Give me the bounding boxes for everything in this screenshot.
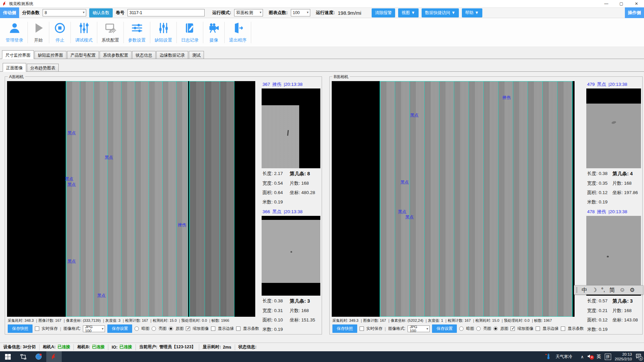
- tab-test[interactable]: 测试: [189, 51, 204, 59]
- run-mode-select[interactable]: 双面检测: [234, 9, 263, 16]
- save-snapshot-button[interactable]: 保存快照: [332, 324, 357, 333]
- operator-side-button[interactable]: 操作侧: [625, 7, 644, 18]
- camera-a-status-line: 采集耗时: 348.3 ｜图像计数: 167 ｜像素坐标: (333,7139)…: [7, 317, 255, 323]
- defect-card[interactable]: 367 挫伤 |20:13:38 长度: 2.17第几条: 8 宽度: 0.54…: [262, 81, 320, 205]
- measure-area: 面积: 0.12: [587, 190, 612, 196]
- debug-mode-icon: [78, 22, 90, 36]
- speed-label: 运行速度:: [316, 10, 335, 16]
- view-menu-button[interactable]: 视图 ▼: [398, 8, 419, 17]
- realtime-save-label: 实时保存: [366, 326, 382, 331]
- tool-start[interactable]: 开始: [28, 22, 49, 43]
- sub-tab-strip: 正面图像分布趋势图表: [0, 63, 644, 72]
- tool-param-settings[interactable]: 参数设置: [124, 22, 150, 43]
- bright-image-radio[interactable]: [476, 326, 481, 331]
- data-quick-access-button[interactable]: 数据快捷访问 ▼: [422, 8, 459, 17]
- tab-distribution-chart[interactable]: 分布趋势图表: [27, 64, 59, 71]
- tool-exit[interactable]: 退出程序: [225, 22, 251, 43]
- start-button[interactable]: [0, 351, 15, 362]
- ime-simplified-icon[interactable]: 简: [609, 286, 615, 294]
- defect-thumbnail[interactable]: [262, 88, 320, 168]
- defect-measurements: 长度: 0.57第几条: 3 宽度: 0.21片数: 168 面积: 0.12坐…: [586, 296, 641, 333]
- defect-thumbnail[interactable]: [262, 216, 320, 296]
- ime-lang-indicator[interactable]: 英: [596, 354, 601, 360]
- slit-count-select[interactable]: 8: [43, 9, 86, 16]
- measure-coord: 坐标: 480.28: [290, 190, 320, 196]
- tab-size-monitor[interactable]: 尺寸监控界面: [2, 50, 34, 59]
- realtime-save-checkbox[interactable]: [360, 326, 364, 331]
- ime-punctuation-icon[interactable]: °,: [601, 287, 605, 293]
- defect-card[interactable]: 479 黑点 |20:13:38 长度: 0.38第几条: 4 宽度: 0.35…: [586, 81, 641, 205]
- defect-card[interactable]: 478 挫伤 |20:13:38 长度: 0.57第几条: 3 宽度: 0.21…: [586, 208, 641, 333]
- content-area: A面相机 黑点黑点黑点黑点挫伤黑点黑点 采集耗时: 348.3 ｜图像计数: 1…: [0, 72, 644, 343]
- tab-edge-data[interactable]: 边缘数据记录: [156, 51, 188, 59]
- defect-card[interactable]: 366 黑点 |20:13:38 长度: 0.38第几条: 3 宽度: 0.31…: [262, 208, 320, 333]
- original-image-radio[interactable]: [169, 326, 173, 331]
- task-view-icon: [20, 354, 26, 360]
- tab-status-info[interactable]: 状态信息: [132, 51, 156, 59]
- taskbar-app-inspection[interactable]: [46, 351, 62, 362]
- show-strips-label: 显示条数: [243, 326, 259, 331]
- notification-center-icon[interactable]: 6: [636, 354, 641, 360]
- ime-drag-handle[interactable]: [576, 287, 577, 293]
- tab-system-params[interactable]: 系统参数配置: [100, 51, 131, 59]
- original-image-radio[interactable]: [493, 326, 498, 331]
- image-format-select[interactable]: JPG 100: [408, 325, 430, 332]
- maximize-button[interactable]: ▢: [614, 0, 629, 7]
- confirm-count-button[interactable]: 确认条数: [89, 8, 113, 17]
- roll-number-input[interactable]: [127, 9, 205, 16]
- ime-pinyin-icon[interactable]: 拼: [605, 354, 611, 360]
- hidden-icons-chevron[interactable]: ∧: [581, 354, 584, 359]
- camera-a-conn-status: 已连接: [58, 344, 70, 350]
- dark-image-radio[interactable]: [135, 326, 139, 331]
- zoom-image-checkbox[interactable]: [511, 326, 515, 331]
- camera-b-title: B面相机: [332, 74, 350, 80]
- defect-thumbnail[interactable]: [586, 88, 641, 168]
- tool-defect-settings[interactable]: 缺陷设置: [150, 22, 177, 43]
- chart-points-select[interactable]: 100: [291, 9, 310, 16]
- help-menu-button[interactable]: 帮助 ▼: [462, 8, 482, 17]
- dark-image-radio[interactable]: [459, 326, 464, 331]
- minimize-button[interactable]: —: [599, 0, 614, 7]
- ime-language-bar[interactable]: 中 ☽ °, 简 ☺ ⚙: [574, 285, 643, 295]
- tool-system-config[interactable]: 系统配置: [97, 22, 124, 43]
- tool-login[interactable]: 管理登录: [1, 22, 28, 43]
- defect-type: 黑点: [272, 209, 281, 215]
- clear-alarm-button[interactable]: 清除报警: [372, 8, 395, 17]
- volume-muted-icon[interactable]: ✕: [587, 354, 593, 360]
- show-edge-checkbox[interactable]: [536, 326, 540, 331]
- bright-image-radio[interactable]: [152, 326, 156, 331]
- task-view-button[interactable]: [15, 351, 31, 362]
- tool-log[interactable]: 日志记录: [177, 22, 203, 43]
- ime-fullwidth-icon[interactable]: ☽: [592, 287, 597, 294]
- defect-overlay-label: 挫伤: [178, 222, 186, 228]
- show-strips-checkbox[interactable]: [236, 326, 240, 331]
- ime-emoji-icon[interactable]: ☺: [620, 287, 625, 293]
- weather-text[interactable]: 天气寒冷: [555, 354, 572, 360]
- close-button[interactable]: ✕: [629, 0, 644, 7]
- drive-side-button[interactable]: 传动侧: [0, 7, 19, 18]
- tool-debug-mode[interactable]: 调试模式: [71, 22, 97, 43]
- ime-settings-icon[interactable]: ⚙: [630, 287, 635, 294]
- image-format-select[interactable]: JPG 100: [83, 325, 105, 332]
- show-strips-checkbox[interactable]: [561, 326, 565, 331]
- tab-product-model[interactable]: 产品型号配置: [67, 51, 99, 59]
- measure-width: 宽度: 0.31: [262, 308, 289, 314]
- defect-thumbnail[interactable]: [586, 216, 641, 296]
- realtime-save-checkbox[interactable]: [35, 326, 39, 331]
- taskbar-app-browser[interactable]: [31, 351, 46, 362]
- tool-stop[interactable]: 停止: [49, 22, 71, 43]
- save-snapshot-button[interactable]: 保存快照: [8, 324, 33, 333]
- ime-lang-mode[interactable]: 中: [582, 286, 587, 294]
- tab-front-image[interactable]: 正面图像: [3, 63, 26, 72]
- camera-a-image[interactable]: 黑点黑点黑点黑点挫伤黑点黑点: [7, 81, 255, 317]
- zoom-image-checkbox[interactable]: [186, 326, 190, 331]
- show-edge-checkbox[interactable]: [211, 326, 215, 331]
- show-edge-label: 显示边缘: [218, 326, 234, 331]
- save-settings-button[interactable]: 保存设置: [107, 324, 132, 333]
- dark-image-label: 暗图: [141, 326, 149, 331]
- tool-camera[interactable]: 摄像: [203, 22, 225, 43]
- camera-b-image[interactable]: 挫伤黑点黑点黑点黑点: [332, 81, 575, 317]
- clock[interactable]: 20:13 2025/2/10: [615, 352, 632, 361]
- save-settings-button[interactable]: 保存设置: [432, 324, 457, 333]
- tab-defect-monitor[interactable]: 缺陷监控界面: [35, 51, 66, 59]
